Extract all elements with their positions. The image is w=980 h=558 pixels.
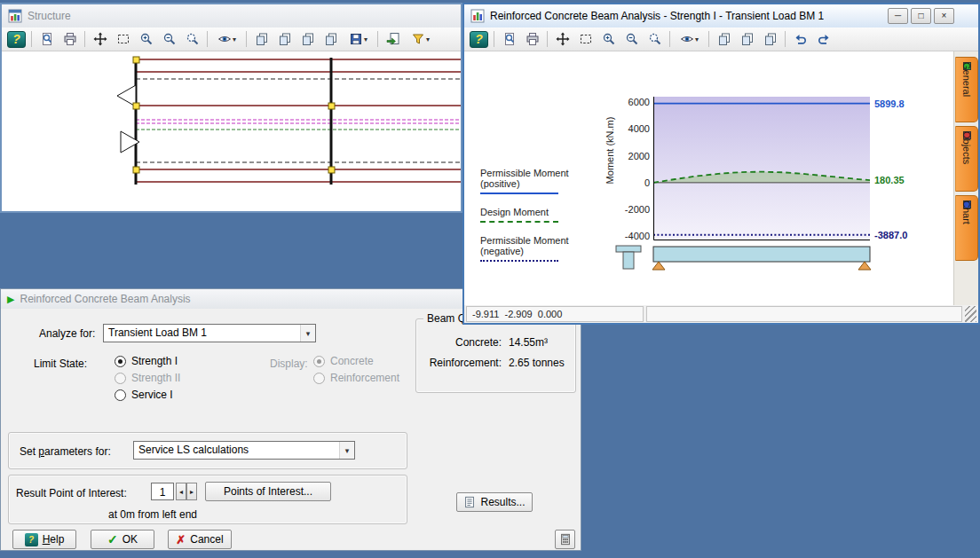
legend-line-sample xyxy=(480,260,558,262)
status-coordinates: -9.911 -2.909 0.000 xyxy=(466,306,644,322)
radio-strength-ii: Strength II xyxy=(115,372,180,384)
legend-item: Permissible Moment(positive) xyxy=(480,168,580,194)
quantity-value: 2.65 tonnes xyxy=(509,357,565,369)
radio-label: Concrete xyxy=(330,355,374,367)
chevron-down-icon: ▾ xyxy=(339,442,354,459)
dialog-title: Reinforced Concrete Beam Analysis xyxy=(20,293,190,305)
save-button[interactable]: ▾ xyxy=(343,29,374,50)
toolbar-separator xyxy=(494,31,494,47)
zoom-fit-button[interactable] xyxy=(644,29,666,50)
legend-item: Design Moment xyxy=(480,207,580,223)
pan-button[interactable] xyxy=(551,29,573,50)
zoom-in-icon xyxy=(139,32,154,46)
filter-button[interactable]: ▾ xyxy=(405,29,436,50)
tab-label: General xyxy=(961,62,972,97)
status-panel xyxy=(646,306,962,322)
print-button[interactable] xyxy=(521,29,543,50)
toolbar-separator xyxy=(207,31,208,47)
zoom-out-button[interactable] xyxy=(620,29,643,50)
chart-statusbar: -9.911 -2.909 0.000 xyxy=(464,305,978,323)
radio-circle xyxy=(115,389,126,401)
ok-button[interactable]: ✓ OK xyxy=(91,530,154,549)
copy-button[interactable] xyxy=(736,29,758,50)
copy-button[interactable] xyxy=(759,29,781,50)
redo-button[interactable] xyxy=(812,29,834,50)
eye-button[interactable]: ▾ xyxy=(211,29,242,50)
radio-label: Service I xyxy=(131,389,173,401)
beam-quantity-row: Concrete: 14.55m³ xyxy=(420,336,570,349)
maximize-button[interactable]: □ xyxy=(911,8,931,24)
undo-icon xyxy=(794,32,808,46)
marquee-button[interactable] xyxy=(112,29,134,50)
structure-window-icon xyxy=(8,9,22,23)
copy-button[interactable] xyxy=(296,29,319,50)
dock-tab-objects[interactable]: Objects xyxy=(955,126,978,192)
chart-client[interactable]: Permissible Moment(positive)Design Momen… xyxy=(464,51,953,305)
cancel-button[interactable]: ✗ Cancel xyxy=(168,530,232,549)
calculator-icon xyxy=(559,533,572,546)
zoom-in-button[interactable] xyxy=(135,29,157,50)
set-parameters-label: Set parameters for: xyxy=(20,445,111,458)
help-button[interactable]: ? xyxy=(468,29,490,50)
resize-grip[interactable] xyxy=(965,306,976,322)
copy-icon xyxy=(763,32,778,46)
copy-button[interactable] xyxy=(320,29,342,50)
zoom-fit-icon xyxy=(186,32,200,46)
y-tick-label: 0 xyxy=(607,177,650,188)
beam-quantities-group: Beam Quantities Concrete: 14.55m³ Reinfo… xyxy=(415,318,576,393)
marquee-button[interactable] xyxy=(574,29,597,50)
radio-concrete: Concrete xyxy=(313,355,374,367)
desktop: Structure ?▾▾▾ xyxy=(0,0,980,558)
eye-button[interactable]: ▾ xyxy=(674,29,705,50)
structure-titlebar[interactable]: Structure xyxy=(2,4,461,28)
dock-tab-chart[interactable]: Chart xyxy=(955,195,978,261)
close-button[interactable]: × xyxy=(934,8,954,24)
undo-button[interactable] xyxy=(789,29,811,50)
export-button[interactable] xyxy=(382,29,404,50)
legend-label: Permissible Moment xyxy=(480,168,580,178)
analyze-for-label: Analyze for: xyxy=(39,327,95,340)
copy-button[interactable] xyxy=(713,29,735,50)
set-parameters-select[interactable]: Service LS calculations ▾ xyxy=(133,441,355,460)
cancel-label: Cancel xyxy=(190,533,223,546)
chart-titlebar[interactable]: Reinforced Concrete Beam Analysis - Stre… xyxy=(464,4,978,28)
zoom-out-icon xyxy=(625,32,639,46)
copy-button[interactable] xyxy=(273,29,296,50)
beam-elevation-drawing xyxy=(611,242,877,272)
preview-button[interactable] xyxy=(498,29,520,50)
radio-circle xyxy=(115,373,126,384)
poi-next-button[interactable]: ▸ xyxy=(186,483,197,500)
help-button[interactable]: ? Help xyxy=(12,530,76,549)
eye-icon xyxy=(217,32,232,46)
toolbar-separator xyxy=(84,31,85,47)
preview-button[interactable] xyxy=(36,29,58,50)
set-parameters-group: Set parameters for: Service LS calculati… xyxy=(8,432,407,469)
zoom-in-button[interactable] xyxy=(597,29,620,50)
chart-plot xyxy=(653,97,870,240)
legend-line-sample xyxy=(480,193,558,194)
poi-label: Result Point of Interest: xyxy=(16,487,127,499)
structure-canvas[interactable] xyxy=(2,51,461,211)
radio-circle xyxy=(313,373,325,384)
structure-drawing xyxy=(2,51,461,209)
print-button[interactable] xyxy=(59,29,81,50)
copy-button[interactable] xyxy=(250,29,273,50)
y-tick-label: 4000 xyxy=(607,123,650,134)
calculator-button[interactable] xyxy=(555,530,575,549)
dropdown-arrow-icon: ▾ xyxy=(233,35,236,43)
zoom-out-button[interactable] xyxy=(158,29,180,50)
quantity-label: Concrete: xyxy=(420,336,502,349)
zoom-fit-button[interactable] xyxy=(181,29,203,50)
radio-service-i[interactable]: Service I xyxy=(115,389,173,401)
help-button[interactable]: ? xyxy=(5,29,28,50)
poi-input[interactable] xyxy=(151,483,174,500)
results-button[interactable]: Results... xyxy=(456,492,533,512)
pan-button[interactable] xyxy=(89,29,111,50)
points-of-interest-button[interactable]: Points of Interest... xyxy=(205,482,331,501)
dock-tab-general[interactable]: General xyxy=(955,57,978,122)
poi-previous-button[interactable]: ◂ xyxy=(176,483,186,500)
legend-label: (negative) xyxy=(480,246,580,256)
minimize-button[interactable]: ─ xyxy=(888,8,908,24)
radio-strength-i[interactable]: Strength I xyxy=(115,355,178,367)
analyze-for-select[interactable]: Transient Load BM 1 ▾ xyxy=(103,324,316,342)
